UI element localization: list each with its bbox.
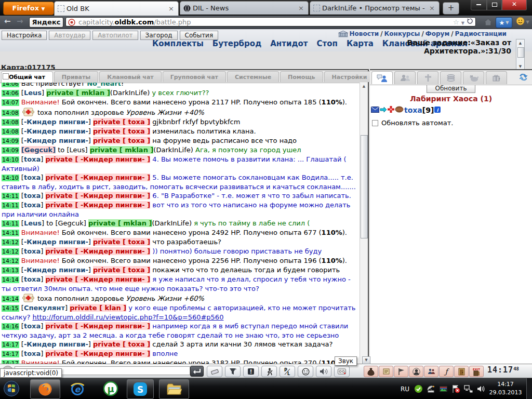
placeholder-favicon [58,5,64,12]
smiley-button[interactable] [298,366,313,377]
action-center-icon[interactable] [451,384,460,393]
refresh-icon[interactable] [518,72,529,84]
scroll-down-icon[interactable]: ▼ [362,356,370,364]
show-desktop-button[interactable] [526,378,532,399]
network-icon[interactable] [464,384,473,393]
chat-tab[interactable]: Помощь [280,71,323,82]
task-text: Ваше задание:«Заказ от Архитектора.»:31/… [387,38,511,55]
reload-icon[interactable] [467,18,473,26]
volume-icon[interactable] [476,384,485,393]
language-indicator[interactable]: RU [401,385,409,393]
florin-button[interactable]: ƒ [439,366,454,377]
people-button[interactable] [424,366,438,377]
game-menu-link[interactable]: Антидот [270,39,308,48]
side-panel-tab-pet[interactable] [463,71,484,84]
url-dropdown-icon[interactable]: ▼ [461,21,464,25]
home-button[interactable] [481,17,495,27]
message-link[interactable]: http://forum.olddil.ru/viewtopic.php?f=1… [32,313,223,321]
satellite-icon[interactable] [427,384,435,393]
site-favicon[interactable] [68,19,75,29]
scrollbar-thumb[interactable] [361,135,368,238]
game-toolbar-button[interactable]: Настройка [2,31,47,40]
scroll-button[interactable] [379,366,393,377]
tab-close-icon[interactable]: × [297,4,305,12]
site-link[interactable]: Новости [350,30,379,37]
enter-icon [193,368,201,375]
browser-tab[interactable]: DIL - News× [180,1,309,15]
taskbar-firefox-button[interactable] [30,379,60,399]
scrollbar-thumb[interactable] [517,47,524,58]
forward-icon[interactable]: → [17,17,23,26]
back-icon[interactable]: ← [4,17,11,26]
site-link[interactable]: Форум [425,30,449,37]
tab-close-icon[interactable]: × [428,4,436,12]
exit-button[interactable]: EXIT [469,366,484,377]
portrait-button[interactable] [409,366,423,377]
filter-button[interactable] [225,366,241,377]
scroll-icon [382,368,390,375]
flag-button[interactable] [394,366,408,377]
runner-button[interactable] [261,366,277,377]
message-text: ). [342,257,347,264]
smiley-menu-button[interactable]: ▼ [514,17,531,27]
message-text: ! [121,83,124,87]
message-text: у всех глючит?? [152,89,209,97]
alert-button[interactable]: ! [243,366,259,377]
firefox-menu-button[interactable]: Firefox ▼ [3,2,54,15]
bookmark-star-icon[interactable]: ☆ [453,18,459,26]
task-scrollbar[interactable]: ▲ ▼ [516,39,525,71]
maximize-button[interactable] [487,0,502,10]
chat-tab[interactable]: Настройки [324,71,375,82]
yandex-button[interactable]: Яндекс [29,17,63,28]
game-menu-link[interactable]: Карта [347,39,374,48]
browser-tab[interactable]: Old BK× [54,1,179,16]
graphics-icon[interactable] [439,384,448,393]
send-button[interactable] [190,366,204,377]
taskbar-start-button[interactable] [1,379,22,398]
tab-close-icon[interactable]: × [167,5,175,12]
pl-button[interactable]: PL [280,366,295,377]
game-menu-link[interactable]: Бутерброд [212,39,261,48]
chat-message: 14:11 [toxa] private [ -Киндер пингви- ]… [2,201,359,219]
chat-tab[interactable]: Приваты [54,71,99,82]
chat-scrollbar[interactable]: ▲ [360,83,368,364]
door-button[interactable] [454,366,469,377]
side-panel-tab-gift[interactable]: ? [486,71,507,84]
tape-button[interactable] [334,366,350,377]
taskbar-ie-button[interactable]: e [65,379,89,398]
browser-tab[interactable]: DarkInLife • Просмотр темы - Поло...× [310,1,440,15]
taskbar-utorrent-button[interactable]: µ [99,379,123,398]
site-link[interactable]: Радиостанции [455,30,507,37]
scroll-up-icon[interactable]: ▲ [517,40,524,47]
player-name-link[interactable]: toxa [404,106,422,114]
auto-refresh-checkbox[interactable] [372,120,378,126]
taskbar-skype-button[interactable]: S [127,379,154,399]
scroll-up-icon[interactable]: ▲ [361,83,367,90]
side-panel-tab-cross[interactable] [417,71,438,84]
game-menu-link[interactable]: Комплекты [152,39,204,48]
chat-checkbox[interactable] [3,73,9,79]
minimize-button[interactable] [471,0,487,10]
site-link[interactable]: Конкурсы [384,30,420,37]
side-panel-tab-chat-user[interactable] [371,71,393,84]
eraser-button[interactable] [207,366,222,377]
side-panel-tab-users-group[interactable] [394,71,416,84]
message-timestamp: 14:11 [2,193,19,200]
taskbar-explorer-button[interactable] [159,379,189,399]
bookmarks-button[interactable]: ★▼ [496,17,512,28]
map-link[interactable]: Карта:017175 [1,63,55,69]
chat-tab[interactable]: Групповой чат [163,71,226,82]
chat-tab[interactable]: Системные [227,71,279,82]
money-bag-button[interactable] [364,366,378,377]
close-button[interactable]: ✕ [502,0,527,10]
message-timestamp: 14:11 [2,202,19,209]
new-tab-button[interactable]: + [443,2,459,15]
speaker-button[interactable] [316,366,331,377]
chat-tab[interactable]: Клановый чат [99,71,161,82]
tray-clock[interactable]: 14:17 29.03.2013 [486,380,525,397]
skype-status-icon[interactable] [414,384,423,393]
info-icon[interactable]: i [434,106,441,114]
side-panel-tab-coins[interactable] [440,71,461,84]
game-menu-link[interactable]: Стоп [317,39,338,48]
url-bar[interactable]: capitalcity.oldbk.com/battle.php ☆ ▼ [65,17,476,26]
